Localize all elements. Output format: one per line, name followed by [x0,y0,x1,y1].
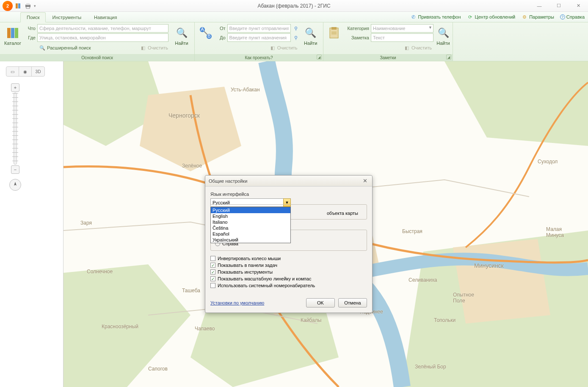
where-label: Где [25,35,36,40]
where-input[interactable] [37,33,168,42]
link-update-center[interactable]: ⟳Центр обновлений [467,14,516,20]
defaults-link[interactable]: Установки по умолчанию [210,300,264,305]
svg-text:A: A [201,27,204,32]
qat-catalog-icon[interactable] [15,3,22,9]
eraser-icon: ◧ [403,44,410,51]
lang-combo-list: Русский English Italiano Čeština Español… [210,207,291,243]
checkbox-icon [210,269,215,274]
eraser-icon: ◧ [269,44,276,51]
find-button-route[interactable]: 🔍 Найти [301,24,320,48]
tab-search[interactable]: Поиск [20,12,46,22]
chk-invert-wheel[interactable]: Инвертировать колесо мыши [210,255,367,262]
lang-option[interactable]: Український [211,237,290,243]
ribbon-group-notes: Категория▼ Заметка ◧Очистить 🔍 Найти Зам… [323,22,453,61]
checkbox-icon [210,283,215,288]
lang-option[interactable]: Русский [211,207,290,213]
from-label: От [216,26,226,31]
chk-show-scale[interactable]: Показывать масштабную линейку и компас [210,275,367,282]
find-button-search[interactable]: 🔍 Найти [171,24,192,48]
to-input[interactable] [227,33,291,42]
advanced-search-link[interactable]: 🔍Расширенный поиск [37,44,93,52]
dialog-title-text: Общие настройки [209,178,247,184]
zoom-out-button[interactable]: − [11,165,19,174]
help-icon: ? [560,14,565,19]
chk-show-tools[interactable]: Показывать инструменты [210,269,367,275]
link-bind-phone[interactable]: ✆Привязать телефон [410,14,461,20]
magnifier-icon: 🔍 [304,26,317,40]
clear-notes[interactable]: ◧Очистить [402,44,433,52]
dialog-close-button[interactable]: ✕ [361,177,369,185]
compass-button[interactable] [9,179,21,191]
svg-rect-13 [331,27,337,30]
minimize-button[interactable]: ― [530,0,549,12]
svg-marker-17 [14,182,17,186]
to-pick-icon[interactable]: ⚲ [293,34,299,41]
phone-icon: ✆ [410,14,417,20]
view-globe-button[interactable]: ◉ [19,67,32,76]
title-bar: 2 ▾ Абакан (февраль 2017) - 2ГИС ― ☐ ✕ [0,0,588,12]
view-3d-button[interactable]: 3D [32,67,44,76]
clear-search[interactable]: ◧Очистить [138,44,170,52]
checkbox-icon [210,276,215,281]
svg-text:B: B [208,33,211,38]
qat-print-icon[interactable] [25,3,31,9]
group-label-search: Основной поиск [0,54,194,61]
svg-rect-1 [18,3,20,8]
route-ab-icon: AB [199,26,213,40]
zoom-controls: + − [9,82,21,191]
lang-option[interactable]: Italiano [211,219,290,225]
chk-system-dialer[interactable]: Использовать системный номеронабиратель [210,282,367,289]
app-icon[interactable]: 2 [3,1,13,11]
view-ruler-button[interactable]: ▭ [6,67,19,76]
search-plus-icon: 🔍 [39,44,46,51]
close-button[interactable]: ✕ [569,0,588,12]
clear-route[interactable]: ◧Очистить [268,44,299,52]
refresh-icon: ⟳ [467,14,474,20]
link-help[interactable]: ?Справка [560,14,585,19]
tab-tools[interactable]: Инструменты [46,12,88,22]
clipboard-icon [327,26,341,40]
svg-rect-4 [26,7,30,8]
chevron-down-icon[interactable]: ▼ [428,25,432,30]
tab-navigation[interactable]: Навигация [88,12,123,22]
zoom-slider[interactable] [14,93,17,165]
catalog-icon [6,26,19,40]
ok-button[interactable]: OK [306,298,335,307]
group-label-notes: Заметки [323,54,453,61]
lang-option[interactable]: English [211,213,290,219]
lang-option[interactable]: Español [211,231,290,237]
link-parameters[interactable]: ⚙Параметры [521,14,554,20]
lang-option[interactable]: Čeština [211,225,290,231]
from-input[interactable] [227,24,291,33]
svg-rect-5 [7,28,11,38]
route-ab-button[interactable]: AB [197,24,215,42]
maximize-button[interactable]: ☐ [549,0,569,12]
dialog-titlebar[interactable]: Общие настройки ✕ [205,176,372,187]
cancel-button[interactable]: Отмена [338,298,367,307]
qat-dropdown-icon[interactable]: ▾ [34,3,41,9]
content: Усть-Абакан Черногорск Зелёное Заря Солн… [0,61,588,387]
view-mode-controls: ▭ ◉ 3D [6,66,45,77]
ribbon: Каталог Что Где 🔍Расширенный поиск ◧Очис… [0,22,588,61]
chk-taskbar[interactable]: Показывать в панели задач [210,262,367,269]
from-pick-icon[interactable]: ⚲ [293,25,299,32]
note-label: Заметка [344,35,369,40]
ribbon-tabs: Поиск Инструменты Навигация ✆Привязать т… [0,12,588,22]
window-title: Абакан (февраль 2017) - 2ГИС [257,3,330,9]
svg-rect-3 [26,3,30,5]
notes-button[interactable] [326,24,342,42]
to-label: До [216,35,226,40]
checkbox-icon [210,256,215,261]
find-button-notes[interactable]: 🔍 Найти [435,24,451,48]
magnifier-icon: 🔍 [436,26,450,40]
checkbox-icon [210,263,215,268]
category-input[interactable] [371,24,433,33]
what-input[interactable] [37,24,168,33]
note-input[interactable] [371,33,433,42]
notes-expander[interactable]: ◢ [446,55,451,60]
zoom-in-button[interactable]: + [11,83,19,92]
catalog-button[interactable]: Каталог [3,24,23,48]
route-expander[interactable]: ◢ [317,55,322,60]
svg-rect-0 [16,3,18,8]
svg-rect-7 [15,28,18,38]
